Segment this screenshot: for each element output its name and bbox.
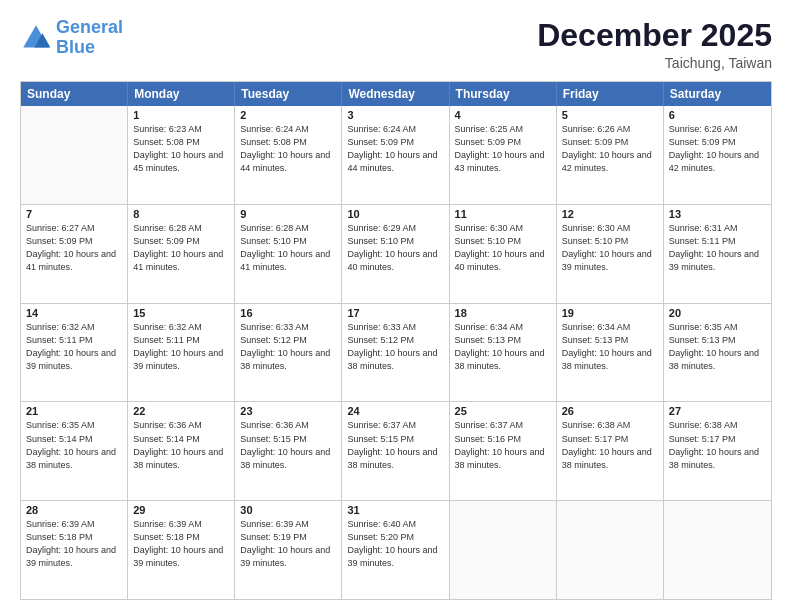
calendar-cell: 26Sunrise: 6:38 AMSunset: 5:17 PMDayligh… <box>557 402 664 500</box>
header: General Blue December 2025 Taichung, Tai… <box>20 18 772 71</box>
day-number: 9 <box>240 208 336 220</box>
cell-info: Sunrise: 6:36 AMSunset: 5:14 PMDaylight:… <box>133 419 229 471</box>
day-number: 6 <box>669 109 766 121</box>
cell-info: Sunrise: 6:40 AMSunset: 5:20 PMDaylight:… <box>347 518 443 570</box>
day-number: 28 <box>26 504 122 516</box>
calendar-cell: 2Sunrise: 6:24 AMSunset: 5:08 PMDaylight… <box>235 106 342 204</box>
calendar-cell: 10Sunrise: 6:29 AMSunset: 5:10 PMDayligh… <box>342 205 449 303</box>
day-number: 22 <box>133 405 229 417</box>
day-number: 29 <box>133 504 229 516</box>
cell-info: Sunrise: 6:31 AMSunset: 5:11 PMDaylight:… <box>669 222 766 274</box>
logo-icon <box>20 22 52 54</box>
cell-info: Sunrise: 6:37 AMSunset: 5:15 PMDaylight:… <box>347 419 443 471</box>
location: Taichung, Taiwan <box>537 55 772 71</box>
calendar-cell: 11Sunrise: 6:30 AMSunset: 5:10 PMDayligh… <box>450 205 557 303</box>
day-number: 26 <box>562 405 658 417</box>
calendar-cell: 25Sunrise: 6:37 AMSunset: 5:16 PMDayligh… <box>450 402 557 500</box>
cell-info: Sunrise: 6:26 AMSunset: 5:09 PMDaylight:… <box>562 123 658 175</box>
calendar-cell: 7Sunrise: 6:27 AMSunset: 5:09 PMDaylight… <box>21 205 128 303</box>
cell-info: Sunrise: 6:39 AMSunset: 5:18 PMDaylight:… <box>133 518 229 570</box>
header-day-saturday: Saturday <box>664 82 771 106</box>
header-day-tuesday: Tuesday <box>235 82 342 106</box>
calendar-cell: 13Sunrise: 6:31 AMSunset: 5:11 PMDayligh… <box>664 205 771 303</box>
calendar-cell <box>21 106 128 204</box>
cell-info: Sunrise: 6:26 AMSunset: 5:09 PMDaylight:… <box>669 123 766 175</box>
day-number: 24 <box>347 405 443 417</box>
calendar-body: 1Sunrise: 6:23 AMSunset: 5:08 PMDaylight… <box>21 106 771 599</box>
cell-info: Sunrise: 6:24 AMSunset: 5:08 PMDaylight:… <box>240 123 336 175</box>
day-number: 4 <box>455 109 551 121</box>
cell-info: Sunrise: 6:32 AMSunset: 5:11 PMDaylight:… <box>133 321 229 373</box>
day-number: 19 <box>562 307 658 319</box>
calendar-cell: 14Sunrise: 6:32 AMSunset: 5:11 PMDayligh… <box>21 304 128 402</box>
header-day-friday: Friday <box>557 82 664 106</box>
calendar-cell: 5Sunrise: 6:26 AMSunset: 5:09 PMDaylight… <box>557 106 664 204</box>
day-number: 30 <box>240 504 336 516</box>
day-number: 18 <box>455 307 551 319</box>
day-number: 8 <box>133 208 229 220</box>
calendar-row-3: 14Sunrise: 6:32 AMSunset: 5:11 PMDayligh… <box>21 303 771 402</box>
cell-info: Sunrise: 6:35 AMSunset: 5:14 PMDaylight:… <box>26 419 122 471</box>
day-number: 11 <box>455 208 551 220</box>
cell-info: Sunrise: 6:25 AMSunset: 5:09 PMDaylight:… <box>455 123 551 175</box>
calendar-cell: 22Sunrise: 6:36 AMSunset: 5:14 PMDayligh… <box>128 402 235 500</box>
calendar: SundayMondayTuesdayWednesdayThursdayFrid… <box>20 81 772 600</box>
calendar-cell: 29Sunrise: 6:39 AMSunset: 5:18 PMDayligh… <box>128 501 235 599</box>
calendar-cell: 18Sunrise: 6:34 AMSunset: 5:13 PMDayligh… <box>450 304 557 402</box>
calendar-cell: 23Sunrise: 6:36 AMSunset: 5:15 PMDayligh… <box>235 402 342 500</box>
calendar-cell: 24Sunrise: 6:37 AMSunset: 5:15 PMDayligh… <box>342 402 449 500</box>
calendar-cell: 16Sunrise: 6:33 AMSunset: 5:12 PMDayligh… <box>235 304 342 402</box>
calendar-cell: 28Sunrise: 6:39 AMSunset: 5:18 PMDayligh… <box>21 501 128 599</box>
calendar-row-2: 7Sunrise: 6:27 AMSunset: 5:09 PMDaylight… <box>21 204 771 303</box>
day-number: 20 <box>669 307 766 319</box>
day-number: 10 <box>347 208 443 220</box>
cell-info: Sunrise: 6:23 AMSunset: 5:08 PMDaylight:… <box>133 123 229 175</box>
header-day-wednesday: Wednesday <box>342 82 449 106</box>
day-number: 13 <box>669 208 766 220</box>
calendar-cell: 9Sunrise: 6:28 AMSunset: 5:10 PMDaylight… <box>235 205 342 303</box>
logo: General Blue <box>20 18 123 58</box>
day-number: 23 <box>240 405 336 417</box>
cell-info: Sunrise: 6:28 AMSunset: 5:10 PMDaylight:… <box>240 222 336 274</box>
calendar-cell: 21Sunrise: 6:35 AMSunset: 5:14 PMDayligh… <box>21 402 128 500</box>
calendar-cell <box>557 501 664 599</box>
cell-info: Sunrise: 6:34 AMSunset: 5:13 PMDaylight:… <box>562 321 658 373</box>
logo-text: General Blue <box>56 18 123 58</box>
header-day-thursday: Thursday <box>450 82 557 106</box>
calendar-cell: 3Sunrise: 6:24 AMSunset: 5:09 PMDaylight… <box>342 106 449 204</box>
calendar-cell: 30Sunrise: 6:39 AMSunset: 5:19 PMDayligh… <box>235 501 342 599</box>
day-number: 25 <box>455 405 551 417</box>
calendar-cell <box>664 501 771 599</box>
cell-info: Sunrise: 6:36 AMSunset: 5:15 PMDaylight:… <box>240 419 336 471</box>
calendar-cell: 19Sunrise: 6:34 AMSunset: 5:13 PMDayligh… <box>557 304 664 402</box>
cell-info: Sunrise: 6:24 AMSunset: 5:09 PMDaylight:… <box>347 123 443 175</box>
calendar-row-5: 28Sunrise: 6:39 AMSunset: 5:18 PMDayligh… <box>21 500 771 599</box>
cell-info: Sunrise: 6:33 AMSunset: 5:12 PMDaylight:… <box>347 321 443 373</box>
title-area: December 2025 Taichung, Taiwan <box>537 18 772 71</box>
day-number: 16 <box>240 307 336 319</box>
day-number: 27 <box>669 405 766 417</box>
calendar-row-4: 21Sunrise: 6:35 AMSunset: 5:14 PMDayligh… <box>21 401 771 500</box>
cell-info: Sunrise: 6:39 AMSunset: 5:18 PMDaylight:… <box>26 518 122 570</box>
calendar-row-1: 1Sunrise: 6:23 AMSunset: 5:08 PMDaylight… <box>21 106 771 204</box>
day-number: 1 <box>133 109 229 121</box>
day-number: 3 <box>347 109 443 121</box>
header-day-sunday: Sunday <box>21 82 128 106</box>
calendar-cell: 20Sunrise: 6:35 AMSunset: 5:13 PMDayligh… <box>664 304 771 402</box>
cell-info: Sunrise: 6:30 AMSunset: 5:10 PMDaylight:… <box>562 222 658 274</box>
day-number: 21 <box>26 405 122 417</box>
day-number: 5 <box>562 109 658 121</box>
calendar-cell: 27Sunrise: 6:38 AMSunset: 5:17 PMDayligh… <box>664 402 771 500</box>
calendar-cell: 4Sunrise: 6:25 AMSunset: 5:09 PMDaylight… <box>450 106 557 204</box>
calendar-cell: 17Sunrise: 6:33 AMSunset: 5:12 PMDayligh… <box>342 304 449 402</box>
cell-info: Sunrise: 6:38 AMSunset: 5:17 PMDaylight:… <box>669 419 766 471</box>
day-number: 17 <box>347 307 443 319</box>
calendar-cell: 31Sunrise: 6:40 AMSunset: 5:20 PMDayligh… <box>342 501 449 599</box>
cell-info: Sunrise: 6:33 AMSunset: 5:12 PMDaylight:… <box>240 321 336 373</box>
calendar-header: SundayMondayTuesdayWednesdayThursdayFrid… <box>21 82 771 106</box>
cell-info: Sunrise: 6:28 AMSunset: 5:09 PMDaylight:… <box>133 222 229 274</box>
day-number: 15 <box>133 307 229 319</box>
calendar-cell: 1Sunrise: 6:23 AMSunset: 5:08 PMDaylight… <box>128 106 235 204</box>
calendar-cell: 15Sunrise: 6:32 AMSunset: 5:11 PMDayligh… <box>128 304 235 402</box>
day-number: 14 <box>26 307 122 319</box>
